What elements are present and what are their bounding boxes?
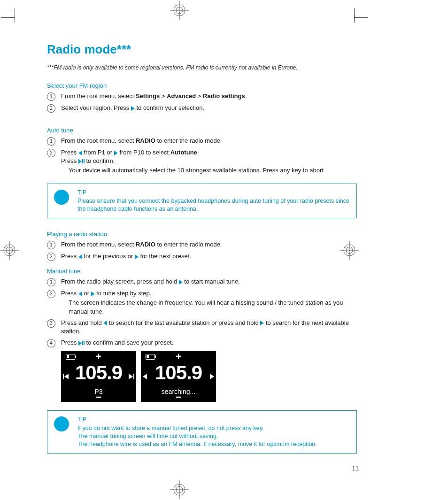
play-right-icon [114, 151, 118, 155]
text: to confirm and save your preset. [85, 339, 173, 346]
text: . [245, 92, 247, 100]
step-subtext: The screen indicates the change in frequ… [69, 299, 357, 315]
tip-text: The headphone wire is used as an FM ante… [77, 441, 317, 447]
tip-body: TIP Please ensure that you connect the b… [77, 189, 350, 214]
play-pause-icon [78, 341, 85, 346]
playing-step-2: 2 Press for the previous or for the next… [47, 252, 357, 261]
step-number: 2 [47, 104, 55, 113]
device-screen-searching: + 105.9 searching... – [141, 351, 216, 402]
registration-mark-top [170, 1, 189, 20]
text: Press [61, 149, 78, 156]
step-number: 1 [47, 92, 55, 101]
step-text: From the radio play screen, press and ho… [61, 277, 357, 286]
text: to confirm your selection. [135, 104, 204, 111]
text: or [82, 290, 91, 297]
text: From the root menu, select [61, 137, 136, 144]
step-number: 1 [47, 241, 55, 249]
frequency-value: 105.9 [61, 362, 136, 384]
step-number: 1 [47, 137, 55, 146]
text-bold: Autotune [170, 149, 197, 156]
registration-mark-bottom [170, 480, 189, 499]
section-heading-fm-region: Select your FM region [47, 82, 357, 89]
tip-text: Please ensure that you connect the bypac… [77, 198, 349, 212]
tip-title: TIP [77, 189, 350, 197]
step-text: From the root menu, select Settings > Ad… [61, 92, 357, 100]
step-text: Press from P1 or from P10 to select Auto… [61, 148, 357, 175]
step-text: Press or to tune step by step. The scree… [61, 289, 357, 316]
play-left-icon [78, 254, 82, 259]
play-left-icon [78, 292, 82, 296]
text: Select your region. Press [61, 104, 131, 111]
text-bold: Advanced [167, 92, 196, 100]
text: from P1 or [82, 149, 114, 156]
tip-body: TIP If you do not want to store a manual… [77, 415, 317, 448]
text: for the previous or [82, 253, 135, 260]
step-number: 2 [47, 253, 55, 261]
crop-mark-top-left [1, 8, 20, 27]
step-text: From the root menu, select RADIO to ente… [61, 137, 357, 145]
auto-tune-step-1: 1 From the root menu, select RADIO to en… [47, 137, 357, 146]
text: to enter the radio mode. [155, 137, 222, 144]
text: Press [61, 253, 78, 260]
text: Press [61, 339, 78, 346]
device-screenshots: + 105.9 P3 – + 105.9 searching... – [61, 351, 357, 402]
manual-step-2: 2 Press or to tune step by step. The scr… [47, 289, 357, 316]
tip-box-manual-tune: TIP If you do not want to store a manual… [47, 410, 357, 454]
tip-box-auto-tune: TIP Please ensure that you connect the b… [47, 184, 357, 219]
step-number: 2 [47, 290, 55, 298]
step-number: 1 [47, 278, 55, 286]
text: From the root menu, select [61, 92, 136, 100]
battery-icon [66, 354, 75, 360]
step-text: Select your region. Press to confirm you… [61, 104, 357, 112]
play-right-icon [135, 254, 139, 259]
text-bold: RADIO [136, 241, 155, 248]
text: From the root menu, select [61, 241, 136, 248]
step-subtext: Your device will automatically select th… [69, 166, 357, 175]
section-heading-manual: Manual tune [47, 268, 357, 275]
registration-mark-left [0, 241, 19, 260]
tip-text: The manual tuning screen will time out w… [77, 433, 218, 439]
tip-title: TIP [77, 415, 317, 423]
section-heading-auto-tune: Auto tune [47, 127, 357, 134]
text-bold: RADIO [136, 137, 155, 144]
text: Press [61, 290, 78, 297]
fm-region-step-2: 2 Select your region. Press to confirm y… [47, 104, 357, 113]
play-left-icon [78, 151, 82, 155]
text: . [197, 149, 199, 156]
tip-text: If you do not want to store a manual tun… [77, 425, 264, 431]
step-number: 3 [47, 319, 55, 328]
plus-icon: + [96, 351, 101, 362]
minus-icon: – [96, 391, 101, 403]
step-number: 2 [47, 149, 55, 157]
section-heading-playing: Playing a radio station [47, 231, 357, 238]
auto-tune-step-2: 2 Press from P1 or from P10 to select Au… [47, 148, 357, 175]
text: to enter the radio mode. [155, 241, 222, 248]
step-text: Press to confirm and save your preset. [61, 338, 357, 347]
text: for the next preset. [139, 253, 191, 260]
text-bold: Radio settings [203, 92, 245, 100]
text: from P10 to select [118, 149, 170, 156]
play-right-icon [179, 280, 183, 285]
tip-icon [54, 416, 69, 431]
crop-mark-top-right [349, 8, 368, 27]
device-screen-preset: + 105.9 P3 – [61, 351, 136, 402]
text: > [196, 92, 203, 100]
text: Press [61, 157, 78, 164]
play-pause-icon [78, 159, 85, 164]
play-right-icon [131, 106, 135, 111]
plus-icon: + [176, 351, 181, 362]
title-footnote: ***FM radio is only available to some re… [47, 64, 357, 71]
text: Press and hold [61, 319, 103, 326]
text: From the radio play screen, press and ho… [61, 278, 179, 285]
text: to confirm. [85, 157, 115, 164]
text: to search for the last available station… [107, 319, 260, 326]
page-number: 11 [352, 465, 359, 472]
page-content: Radio mode*** ***FM radio is only availa… [47, 42, 357, 458]
step-text: Press and hold to search for the last av… [61, 319, 357, 336]
play-right-icon [91, 292, 95, 296]
text: to start manual tune. [183, 278, 240, 285]
tip-icon [54, 190, 69, 205]
text: to tune step by step. [95, 290, 152, 297]
text-bold: Settings [136, 92, 160, 100]
manual-step-4: 4 Press to confirm and save your preset. [47, 338, 357, 347]
